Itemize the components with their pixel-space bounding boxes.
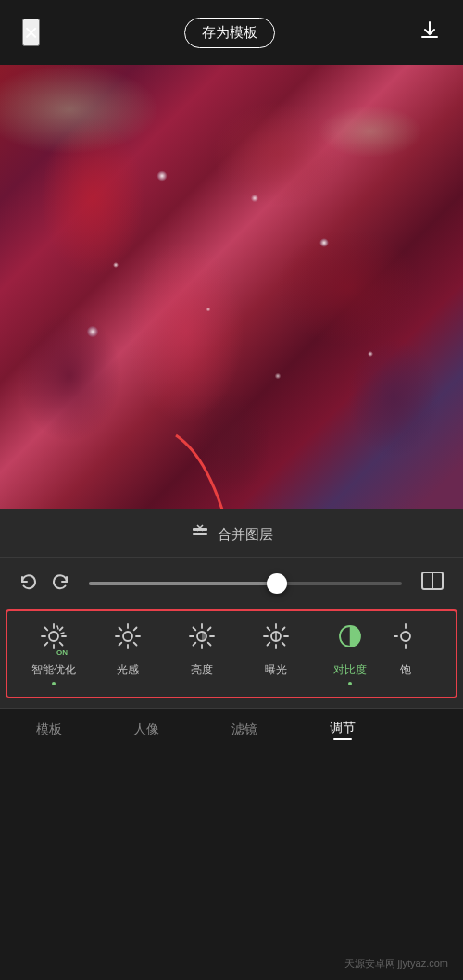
light-feel-icon bbox=[114, 622, 142, 657]
nav-adjust[interactable]: 调节 bbox=[330, 720, 356, 740]
compare-button[interactable] bbox=[420, 569, 444, 598]
nav-template[interactable]: 模板 bbox=[36, 722, 62, 738]
svg-rect-2 bbox=[193, 533, 207, 535]
svg-line-22 bbox=[134, 643, 137, 646]
svg-line-24 bbox=[119, 643, 122, 646]
svg-line-13 bbox=[45, 643, 48, 646]
top-bar: × 存为模板 bbox=[0, 0, 463, 65]
photo-image bbox=[0, 65, 463, 509]
merge-layer-row: 合并图层 bbox=[0, 509, 463, 558]
svg-line-32 bbox=[208, 628, 211, 631]
nav-template-label: 模板 bbox=[36, 722, 62, 738]
contrast-label: 对比度 bbox=[333, 662, 367, 678]
photo-area bbox=[0, 65, 463, 509]
merge-layer-label: 合并图层 bbox=[218, 526, 273, 544]
svg-line-14 bbox=[57, 626, 58, 629]
nav-adjust-label: 调节 bbox=[330, 720, 356, 736]
download-button[interactable] bbox=[419, 19, 441, 46]
tool-brightness[interactable]: 亮度 bbox=[165, 622, 239, 685]
svg-line-15 bbox=[61, 633, 64, 634]
svg-point-16 bbox=[123, 632, 132, 641]
contrast-dot bbox=[348, 682, 352, 685]
svg-line-39 bbox=[268, 628, 270, 631]
svg-line-21 bbox=[119, 628, 122, 631]
exposure-icon bbox=[262, 622, 290, 657]
watermark: 天源安卓网 jjytyaz.com bbox=[344, 957, 448, 971]
svg-line-30 bbox=[194, 628, 196, 631]
svg-line-40 bbox=[282, 643, 285, 646]
svg-line-11 bbox=[60, 643, 63, 646]
light-feel-label: 光感 bbox=[117, 662, 139, 678]
redo-button[interactable] bbox=[50, 572, 70, 597]
nav-filter[interactable]: 滤镜 bbox=[232, 722, 257, 738]
exposure-label: 曝光 bbox=[265, 662, 287, 678]
adjust-tools-row: ON 智能优化 光感 bbox=[6, 609, 457, 698]
save-template-button[interactable]: 存为模板 bbox=[184, 18, 275, 48]
tool-light-feel[interactable]: 光感 bbox=[91, 622, 165, 685]
tool-smart-optimize[interactable]: ON 智能优化 bbox=[17, 622, 91, 685]
tool-contrast[interactable]: 对比度 bbox=[313, 622, 387, 685]
svg-line-42 bbox=[268, 643, 270, 646]
nav-portrait[interactable]: 人像 bbox=[133, 722, 159, 738]
tool-saturation[interactable]: 饱 bbox=[387, 622, 424, 685]
svg-line-12 bbox=[60, 628, 63, 631]
smart-optimize-icon: ON bbox=[40, 622, 68, 657]
saturation-icon bbox=[394, 622, 418, 657]
brightness-icon bbox=[188, 622, 216, 657]
controls-row bbox=[0, 558, 463, 609]
nav-filter-label: 滤镜 bbox=[232, 722, 257, 738]
svg-line-31 bbox=[208, 643, 211, 646]
close-button[interactable]: × bbox=[22, 19, 40, 46]
svg-line-33 bbox=[194, 643, 196, 646]
svg-line-23 bbox=[134, 628, 137, 631]
saturation-label: 饱 bbox=[400, 662, 411, 678]
bottom-nav: 模板 人像 滤镜 调节 bbox=[0, 708, 463, 755]
smart-optimize-label: 智能优化 bbox=[31, 662, 76, 678]
contrast-icon bbox=[336, 622, 364, 657]
undo-button[interactable] bbox=[19, 572, 39, 597]
tool-exposure[interactable]: 曝光 bbox=[239, 622, 313, 685]
merge-layer-icon bbox=[190, 522, 210, 547]
svg-line-41 bbox=[282, 628, 285, 631]
smart-optimize-dot bbox=[52, 682, 56, 685]
svg-point-45 bbox=[401, 632, 410, 641]
svg-point-5 bbox=[49, 632, 58, 641]
brightness-label: 亮度 bbox=[191, 662, 213, 678]
nav-adjust-underline bbox=[333, 738, 352, 740]
adjustment-slider[interactable] bbox=[89, 582, 402, 585]
bottom-panel: 合并图层 bbox=[0, 509, 463, 755]
nav-portrait-label: 人像 bbox=[133, 722, 159, 738]
svg-line-10 bbox=[45, 628, 48, 631]
